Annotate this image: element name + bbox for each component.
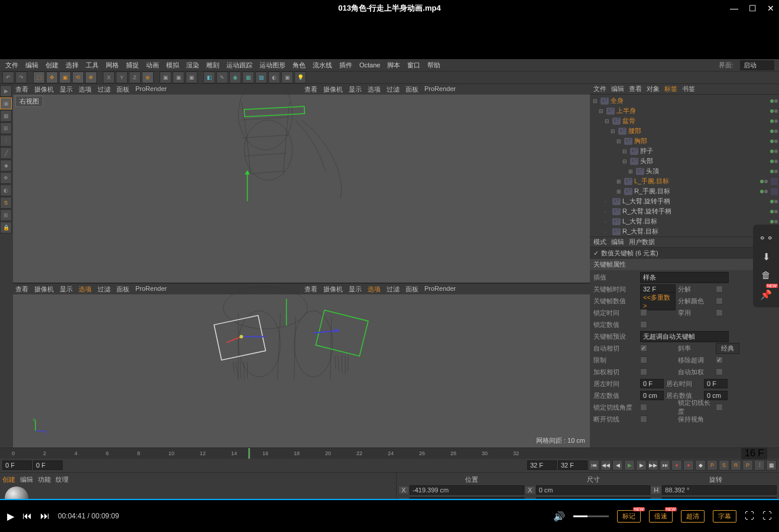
tree-item[interactable]: ⊟ L⁰ 胸部 [591,136,778,146]
menu-create[interactable]: 创建 [43,61,61,70]
render-region-icon[interactable]: ▣ [173,72,184,83]
om-view[interactable]: 查看 [629,85,642,93]
menu-track[interactable]: 运动跟踪 [223,61,255,70]
select-tool-icon[interactable]: ⬚ [33,72,45,83]
menu-mograph[interactable]: 运动图形 [257,61,288,70]
tree-item[interactable]: · L⁰ L_大臂.旋转手柄 [591,196,778,206]
viewport-bottom[interactable]: 查看 摄像机 显示 选项 过滤 面板 ProRender 查看 摄像机 显示 选… [13,284,590,447]
menu-script[interactable]: 脚本 [384,61,403,70]
environment-icon[interactable]: ◐ [268,72,280,83]
record-icon[interactable]: ● [671,460,682,471]
tree-item[interactable]: ⊞ L⁰ L_手腕.目标 [591,176,778,186]
close-icon[interactable]: ✕ [767,4,774,13]
speed-button[interactable]: 倍速NEW [649,510,673,523]
coord-system-icon[interactable]: ⊕ [142,72,154,83]
workplane2-icon[interactable]: ⊞ [0,209,12,221]
tree-item[interactable]: · L⁰ L_大臂.目标 [591,216,778,226]
play-button-icon[interactable]: ▶ [7,511,14,522]
om-bookmark[interactable]: 书签 [682,85,695,93]
classic-button[interactable]: 经典 [716,343,739,354]
lockval-check[interactable] [640,321,647,328]
minimize-icon[interactable]: — [730,4,738,13]
texture-mode-icon[interactable]: ▦ [0,110,12,122]
menu-pipeline[interactable]: 流水线 [310,61,335,70]
tree-item[interactable]: ⊟ L⁰ 腰部 [591,126,778,136]
end-frame-input[interactable] [558,460,588,470]
tree-item[interactable]: ⊞ L⁰ 头顶 [591,166,778,176]
options-icon[interactable]: ⋮ [754,460,765,471]
workplane-icon[interactable]: ⊞ [0,122,12,134]
object-tree[interactable]: ⊟ L⁰ 全身 ⊟ L⁰ 上半身 ⊟ L⁰ 盆骨 ⊟ L⁰ 腰部 ⊟ L⁰ 胸部… [590,95,779,236]
lock-icon[interactable]: 🔒 [0,222,12,233]
polygon-mode-icon[interactable]: ◆ [0,160,12,171]
menu-anim[interactable]: 动画 [143,61,162,70]
rotate-tool-icon[interactable]: ⟲ [72,72,84,83]
menu-file[interactable]: 文件 [2,61,21,70]
make-editable-icon[interactable]: ▶ [0,85,12,97]
righttime-input[interactable]: 0 F [704,379,728,388]
generator-icon[interactable]: ▦ [242,72,254,83]
rot-key-icon[interactable]: R [731,460,741,471]
next-frame-icon[interactable]: ▶ [636,460,647,471]
mat-create[interactable]: 创建 [2,475,15,484]
y-axis-icon[interactable]: Y [116,72,128,83]
menu-character[interactable]: 角色 [290,61,309,70]
playhead[interactable] [248,448,250,459]
menu-sculpt[interactable]: 雕刻 [203,61,222,70]
nurbs-icon[interactable]: ◉ [229,72,241,83]
move-tool-icon[interactable]: ✥ [46,72,58,83]
z-axis-icon[interactable]: Z [129,72,141,83]
fullscreen-icon[interactable]: ⛶ [762,511,772,521]
scale-tool-icon[interactable]: ▣ [59,72,71,83]
tree-item[interactable]: ⊟ L⁰ 盆骨 [591,116,778,126]
attr-userdata[interactable]: 用户数据 [629,238,655,246]
mat-edit[interactable]: 编辑 [20,475,33,484]
camera-icon[interactable]: ▣ [281,72,293,83]
menu-select[interactable]: 选择 [63,61,82,70]
edge-mode-icon[interactable]: ╱ [0,147,12,159]
maximize-icon[interactable]: ☐ [749,4,757,13]
locktime-check[interactable] [640,309,647,316]
play-icon[interactable]: ▶ [624,460,635,471]
goto-end-icon[interactable]: ⏭ [660,460,670,471]
share-icon[interactable]: ⚬⚬ [758,229,774,246]
menu-mesh[interactable]: 网格 [103,61,122,70]
next-video-icon[interactable]: ⏭ [40,511,50,521]
attr-mode[interactable]: 模式 [593,238,606,246]
render-settings-icon[interactable]: ▣ [186,72,197,83]
param-key-icon[interactable]: P [742,460,753,471]
delete-icon[interactable]: 🗑 [758,267,774,284]
menu-render[interactable]: 渲染 [183,61,202,70]
pen-icon[interactable]: ✎ [216,72,228,83]
menu-help[interactable]: 帮助 [424,61,443,70]
download-icon[interactable]: ⬇ [758,248,774,265]
menu-snap[interactable]: 捕捉 [123,61,142,70]
locktanlen-check[interactable] [716,404,723,411]
quality-button[interactable]: 超清 [681,510,705,523]
autotan-check[interactable] [640,345,647,352]
prev-video-icon[interactable]: ⏮ [22,511,32,521]
breakcolor-check[interactable] [716,297,723,304]
prev-key-icon[interactable]: ◀◀ [601,460,611,471]
viewport-top[interactable]: 查看 摄像机 显示 选项 过滤 面板 ProRender 查看 摄像机 显示 选… [13,84,590,284]
timeline-ruler[interactable]: 16 F 02468101214161820222426283032 [0,448,779,459]
tree-item[interactable]: · L⁰ R_大臂.目标 [591,226,778,236]
menu-window[interactable]: 窗口 [404,61,423,70]
pin-icon[interactable]: 📌NEW [758,286,774,303]
mute-check[interactable] [716,309,723,316]
deformer-icon[interactable]: ▧ [255,72,267,83]
range-start-input[interactable] [33,460,63,470]
start-frame-input[interactable] [2,460,32,470]
lefttime-input[interactable]: 0 F [640,379,664,388]
point-mode-icon[interactable]: ⋮ [0,135,12,147]
leftval-input[interactable]: 0 cm [640,391,664,400]
mat-tex[interactable]: 纹理 [56,475,69,484]
snap-icon[interactable]: S [0,197,12,209]
cube-icon[interactable]: ◧ [203,72,215,83]
render-icon[interactable]: ▣ [160,72,171,83]
clamp-check[interactable] [640,356,647,364]
redo-icon[interactable]: ↷ [15,72,27,83]
tree-item[interactable]: ⊟ L⁰ 脖子 [591,146,778,156]
removeover-check[interactable] [716,356,723,364]
locktanang-check[interactable] [640,404,647,411]
